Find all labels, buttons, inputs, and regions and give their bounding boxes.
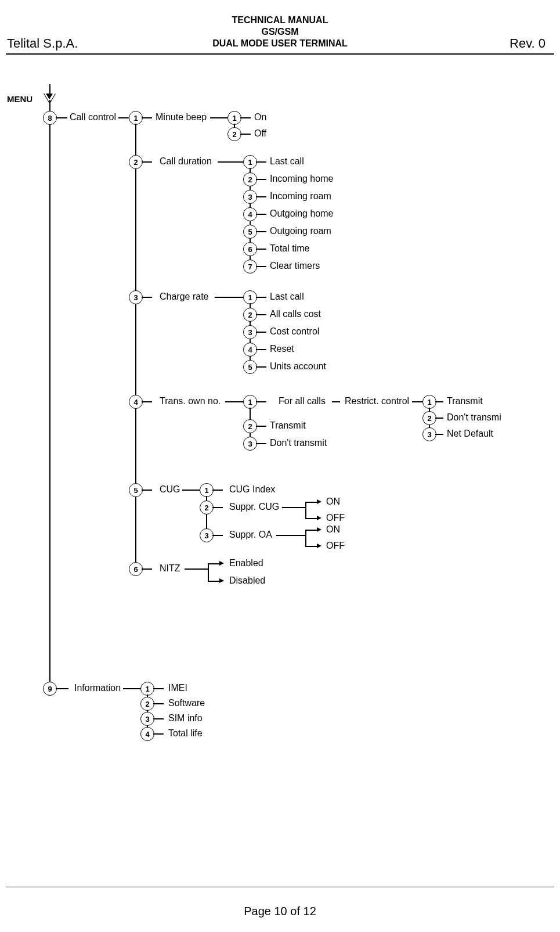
conn (153, 688, 164, 689)
label-nitz: NITZ (160, 563, 180, 574)
conn (256, 349, 266, 350)
node-cd-2: 2 (243, 172, 257, 186)
menu-label: MENU (7, 94, 32, 104)
conn (256, 443, 266, 444)
page: TECHNICAL MANUAL GS/GSM DUAL MODE USER T… (0, 0, 560, 932)
conn (210, 117, 227, 118)
company-name: Telital S.p.A. (7, 36, 78, 51)
arrow-right-icon (219, 561, 224, 566)
label-rc-transmit: Transmit (447, 396, 483, 406)
label-suppr-oa: Suppr. OA (229, 530, 272, 540)
conn (282, 507, 305, 508)
conn (276, 535, 305, 536)
revision: Rev. 0 (510, 36, 545, 51)
label-suppr-cug-on: ON (326, 496, 340, 507)
node-rc-1: 1 (422, 395, 436, 409)
label-nitz-disabled: Disabled (229, 575, 265, 586)
node-cc-2: 2 (129, 155, 143, 169)
conn (256, 161, 266, 163)
label-incoming-home: Incoming home (270, 174, 333, 184)
label-to-transmit: Transmit (270, 420, 306, 431)
label-incoming-roam: Incoming roam (270, 191, 331, 201)
conn (212, 535, 223, 536)
conn (305, 546, 317, 547)
label-total-life: Total life (168, 728, 203, 739)
label-for-all-calls: For all calls (279, 396, 326, 406)
node-cu-2: 2 (200, 501, 214, 514)
node-cd-3: 3 (243, 190, 257, 204)
node-to-2: 2 (243, 419, 257, 433)
arrow-right-icon (317, 527, 321, 532)
label-rc-net-default: Net Default (447, 429, 493, 439)
arrow-right-icon (317, 544, 321, 548)
footer-rule (6, 887, 554, 887)
conn (256, 314, 266, 315)
node-to-1: 1 (243, 395, 257, 409)
node-8: 8 (43, 111, 57, 125)
conn (56, 117, 67, 118)
label-minute-beep: Minute beep (156, 112, 207, 123)
label-software: Software (168, 698, 205, 708)
conn (218, 161, 243, 163)
node-in-2: 2 (140, 697, 154, 711)
label-on: On (254, 112, 266, 123)
conn (208, 581, 219, 582)
doc-title-2: GS/GSM (0, 27, 560, 37)
conn (256, 196, 266, 197)
label-off: Off (254, 128, 266, 139)
conn (215, 297, 243, 298)
page-number: Page 10 of 12 (0, 905, 560, 918)
conn (212, 507, 223, 508)
label-sim-info: SIM info (168, 713, 203, 724)
node-9: 9 (43, 682, 57, 696)
node-cc-4: 4 (129, 395, 143, 409)
conn (153, 733, 164, 735)
label-cug: CUG (160, 484, 180, 495)
label-trans-own-no: Trans. own no. (160, 396, 221, 406)
trunk-cc (135, 124, 136, 568)
label-suppr-cug-off: OFF (326, 513, 345, 523)
label-information: Information (74, 683, 121, 693)
node-cc-5: 5 (129, 483, 143, 497)
conn (256, 401, 266, 402)
label-to-dont-transmit: Don't transmit (270, 438, 327, 448)
conn (256, 332, 266, 333)
conn (256, 214, 266, 215)
label-call-control: Call control (70, 112, 116, 123)
label-suppr-oa-on: ON (326, 524, 340, 535)
conn (153, 718, 164, 719)
conn (256, 231, 266, 232)
node-rc-3: 3 (422, 427, 436, 441)
conn (142, 161, 152, 163)
conn (256, 266, 266, 267)
label-units-account: Units account (270, 361, 326, 372)
node-cr-3: 3 (243, 325, 257, 339)
label-cost-control: Cost control (270, 326, 319, 337)
node-cr-5: 5 (243, 360, 257, 374)
conn (412, 401, 422, 402)
conn (256, 297, 266, 298)
node-cd-6: 6 (243, 242, 257, 256)
label-restrict-control: Restrict. control (345, 396, 409, 406)
node-mb-1: 1 (227, 111, 241, 125)
node-cr-2: 2 (243, 308, 257, 322)
label-imei: IMEI (168, 683, 187, 693)
label-cug-index: CUG Index (229, 484, 275, 495)
conn (56, 688, 68, 689)
label-nitz-enabled: Enabled (229, 558, 263, 568)
node-cd-5: 5 (243, 225, 257, 239)
label-cr-last-call: Last call (270, 292, 304, 302)
conn-v (305, 502, 306, 518)
conn (123, 688, 140, 689)
conn (240, 117, 251, 118)
conn (225, 401, 243, 402)
conn (256, 426, 266, 427)
conn (142, 568, 152, 570)
label-call-duration: Call duration (160, 156, 212, 167)
node-rc-2: 2 (422, 411, 436, 425)
conn (182, 490, 200, 491)
conn (142, 117, 152, 118)
conn (185, 568, 208, 570)
node-cd-1: 1 (243, 155, 257, 169)
arrow-right-icon (219, 578, 224, 583)
